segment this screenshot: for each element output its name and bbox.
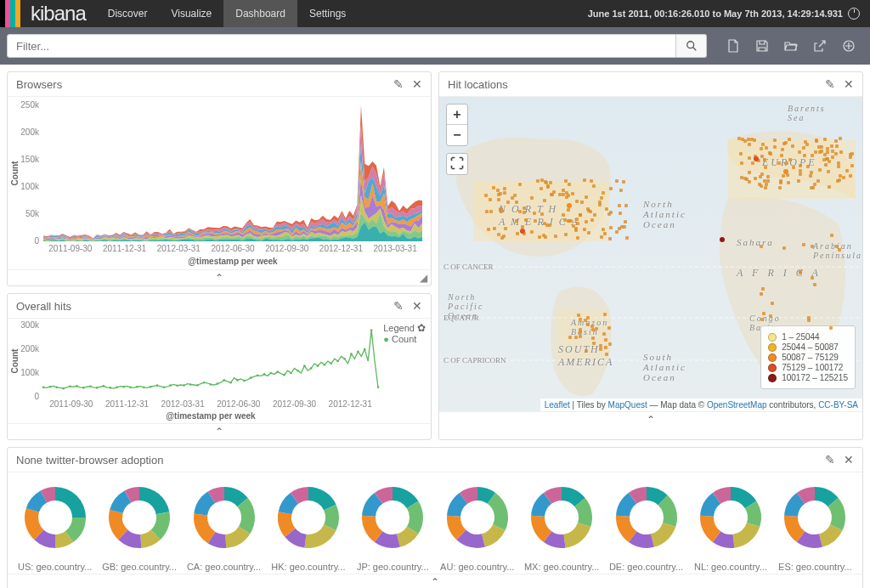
svg-point-67 — [343, 358, 346, 360]
svg-point-46 — [203, 382, 206, 384]
svg-text:2012-12-31: 2012-12-31 — [329, 399, 373, 409]
svg-point-53 — [250, 376, 252, 379]
svg-point-31 — [103, 385, 105, 387]
fit-bounds-button[interactable]: ⛶ — [447, 154, 467, 174]
gear-icon[interactable]: ✿ — [417, 322, 426, 334]
mapquest-link[interactable]: MapQuest — [608, 400, 647, 410]
edit-icon[interactable]: ✎ — [393, 299, 404, 313]
svg-point-40 — [163, 387, 166, 389]
svg-text:2011-12-31: 2011-12-31 — [105, 399, 150, 409]
clock-icon — [848, 8, 860, 20]
svg-text:2011-12-31: 2011-12-31 — [103, 244, 147, 253]
svg-text:2011-09-30: 2011-09-30 — [49, 399, 93, 409]
filter-bar — [0, 27, 870, 65]
svg-point-48 — [217, 382, 219, 385]
tab-settings[interactable]: Settings — [297, 0, 358, 27]
save-icon — [756, 40, 768, 52]
map-attribution: Leaflet | Tiles by MapQuest — Map data ©… — [540, 399, 862, 411]
donut-label: MX: geo.country... — [521, 562, 602, 572]
donut-4: JP: geo.country... — [351, 479, 435, 572]
map[interactable]: + − ⛶ — [439, 97, 862, 411]
svg-line-1 — [692, 48, 696, 51]
svg-point-49 — [223, 379, 225, 382]
svg-point-29 — [89, 385, 92, 387]
svg-text:2012-09-30: 2012-09-30 — [273, 399, 317, 409]
nav-tabs: Discover Visualize Dashboard Settings — [96, 0, 359, 27]
navbar: kibana Discover Visualize Dashboard Sett… — [0, 0, 870, 27]
svg-point-33 — [116, 387, 118, 389]
share-button[interactable] — [805, 34, 834, 58]
svg-point-56 — [270, 372, 273, 375]
svg-text:2012-06-30: 2012-06-30 — [211, 244, 255, 253]
leaflet-link[interactable]: Leaflet — [545, 400, 570, 410]
panel-expand-map[interactable]: ⌃ — [439, 411, 862, 427]
chevron-up-icon: ⌃ — [647, 414, 655, 426]
map-fit-control: ⛶ — [446, 153, 468, 175]
logo-stripes — [0, 0, 20, 27]
svg-point-37 — [143, 387, 145, 389]
svg-point-70 — [364, 348, 366, 351]
svg-text:@timestamp per week: @timestamp per week — [188, 257, 278, 266]
svg-point-55 — [263, 373, 266, 376]
filter-input[interactable] — [7, 34, 676, 58]
panel-expand-overall[interactable]: ⌃ — [8, 423, 431, 439]
svg-point-57 — [277, 370, 280, 373]
svg-point-47 — [210, 383, 212, 386]
svg-point-51 — [236, 379, 239, 382]
donut-6: MX: geo.country... — [519, 479, 603, 572]
panel-expand-donuts[interactable]: ⌃ — [8, 574, 862, 588]
donut-label: JP: geo.country... — [353, 562, 433, 572]
donut-0: US: geo.country... — [13, 479, 97, 572]
panel-expand-browsers[interactable]: ⌃ ◢ — [8, 269, 431, 286]
svg-point-43 — [183, 384, 185, 387]
logo-text: kibana — [20, 0, 96, 27]
tab-discover[interactable]: Discover — [96, 0, 160, 27]
donut-label: AU: geo.country... — [437, 562, 517, 572]
tab-dashboard[interactable]: Dashboard — [223, 0, 297, 27]
legend-count: Count — [392, 334, 416, 344]
new-dashboard-button[interactable] — [719, 34, 748, 58]
svg-text:2012-06-30: 2012-06-30 — [217, 399, 261, 409]
tab-visualize[interactable]: Visualize — [159, 0, 223, 27]
close-icon[interactable]: ✕ — [412, 77, 422, 91]
zoom-out-button[interactable]: − — [447, 125, 467, 145]
close-icon[interactable]: ✕ — [412, 299, 422, 313]
svg-point-58 — [283, 374, 285, 376]
time-range[interactable]: June 1st 2011, 00:16:26.010 to May 7th 2… — [578, 0, 870, 27]
search-button[interactable] — [676, 34, 707, 58]
edit-icon[interactable]: ✎ — [825, 77, 835, 91]
donut-label: NL: geo.country... — [690, 562, 771, 572]
donut-8: NL: geo.country... — [688, 479, 772, 572]
donut-9: ES: geo.country... — [773, 479, 857, 572]
zoom-in-button[interactable]: + — [447, 105, 467, 125]
donut-label: ES: geo.country... — [775, 562, 856, 572]
svg-text:200k: 200k — [20, 344, 40, 353]
resize-handle-icon[interactable]: ◢ — [420, 272, 427, 284]
svg-point-68 — [350, 353, 353, 355]
chevron-up-icon: ⌃ — [431, 576, 439, 588]
add-panel-button[interactable] — [834, 34, 863, 58]
edit-icon[interactable]: ✎ — [825, 453, 835, 466]
svg-point-41 — [169, 384, 172, 387]
svg-point-24 — [55, 387, 58, 389]
donut-7: DE: geo.country... — [604, 479, 688, 572]
svg-point-65 — [330, 363, 333, 365]
edit-icon[interactable]: ✎ — [393, 77, 404, 91]
close-icon[interactable]: ✕ — [844, 77, 854, 91]
panel-title-map: Hit locations — [448, 78, 816, 91]
cc-link[interactable]: CC-BY-SA — [818, 400, 858, 410]
svg-point-42 — [176, 385, 178, 387]
svg-text:2012-03-31: 2012-03-31 — [157, 244, 201, 253]
svg-text:2012-03-31: 2012-03-31 — [161, 399, 206, 409]
svg-text:Count: Count — [10, 161, 20, 186]
donut-label: US: geo.country... — [14, 562, 95, 572]
open-dashboard-button[interactable] — [777, 34, 805, 58]
svg-point-34 — [122, 386, 125, 388]
close-icon[interactable]: ✕ — [844, 453, 854, 466]
svg-text:0: 0 — [34, 392, 39, 401]
browsers-chart: 050k100k150k200k250k2011-09-302011-12-31… — [8, 97, 429, 267]
svg-text:2012-09-30: 2012-09-30 — [265, 244, 309, 253]
save-dashboard-button[interactable] — [748, 34, 777, 58]
svg-point-28 — [82, 387, 85, 389]
osm-link[interactable]: OpenStreetMap — [707, 400, 767, 410]
